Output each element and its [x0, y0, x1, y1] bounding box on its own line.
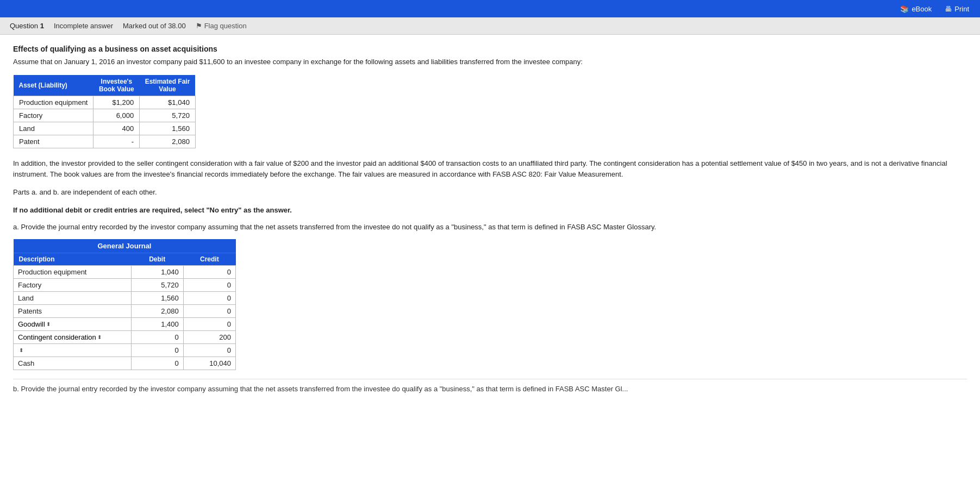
- body-paragraph-1: In addition, the investor provided to th…: [13, 158, 967, 181]
- journal-row: Factory5,7200: [14, 279, 236, 292]
- print-icon: 🖶: [945, 5, 952, 13]
- journal-row: Cash010,040: [14, 357, 236, 370]
- asset-col-header: Asset (Liability): [14, 75, 93, 96]
- journal-debit: 1,040: [131, 266, 183, 279]
- intro-text: Assume that on January 1, 2016 an invest…: [13, 57, 967, 67]
- flag-label: Flag question: [204, 22, 247, 30]
- journal-credit: 200: [183, 331, 235, 344]
- journal-credit: 0: [183, 318, 235, 331]
- asset-table: Asset (Liability) Investee'sBook Value E…: [13, 75, 196, 148]
- journal-description[interactable]: Goodwill⬍: [14, 318, 132, 331]
- journal-debit: 0: [131, 357, 183, 370]
- asset-fair-value: 1,560: [140, 122, 196, 135]
- bottom-note: b. Provide the journal entry recorded by…: [13, 379, 967, 393]
- asset-label: Production equipment: [14, 96, 93, 109]
- part-a-text: a. Provide the journal entry recorded by…: [13, 222, 967, 233]
- journal-row: Goodwill⬍1,4000: [14, 318, 236, 331]
- asset-fair-value: 5,720: [140, 109, 196, 122]
- select-arrow-icon: ⬍: [19, 347, 23, 353]
- select-arrow-icon: ⬍: [97, 334, 102, 340]
- asset-table-row: Production equipment$1,200$1,040: [14, 96, 196, 109]
- journal-desc-header: Description: [14, 253, 132, 266]
- journal-description: Production equipment: [14, 266, 132, 279]
- journal-title: General Journal: [14, 239, 236, 253]
- journal-debit: 5,720: [131, 279, 183, 292]
- journal-row: Contingent consideration⬍0200: [14, 331, 236, 344]
- asset-book-value: 6,000: [93, 109, 140, 122]
- journal-credit: 10,040: [183, 357, 235, 370]
- journal-debit: 1,400: [131, 318, 183, 331]
- journal-row: Production equipment1,0400: [14, 266, 236, 279]
- journal-description: Cash: [14, 357, 132, 370]
- journal-row: ⬍00: [14, 344, 236, 357]
- journal-credit: 0: [183, 292, 235, 305]
- section-title: Effects of qualifying as a business on a…: [13, 45, 967, 53]
- journal-row: Patents2,0800: [14, 305, 236, 318]
- top-bar: 📚 eBook 🖶 Print: [0, 0, 980, 17]
- bold-instruction: If no additional debit or credit entries…: [13, 205, 967, 216]
- journal-desc-select[interactable]: Goodwill: [18, 320, 45, 328]
- journal-credit: 0: [183, 305, 235, 318]
- journal-credit: 0: [183, 344, 235, 357]
- question-label: Question 1: [10, 22, 44, 30]
- question-bar: Question 1 Incomplete answer Marked out …: [0, 17, 980, 35]
- journal-debit: 0: [131, 344, 183, 357]
- asset-table-row: Patent-2,080: [14, 135, 196, 148]
- asset-fair-value: $1,040: [140, 96, 196, 109]
- question-number: 1: [40, 22, 44, 30]
- journal-credit: 0: [183, 266, 235, 279]
- print-button[interactable]: 🖶 Print: [945, 5, 969, 13]
- body-paragraph-2: Parts a. and b. are independent of each …: [13, 187, 967, 198]
- asset-table-row: Factory6,0005,720: [14, 109, 196, 122]
- journal-desc-select[interactable]: Contingent consideration: [18, 333, 96, 341]
- asset-book-value: $1,200: [93, 96, 140, 109]
- journal-debit: 2,080: [131, 305, 183, 318]
- journal-description[interactable]: ⬍: [14, 344, 132, 357]
- asset-book-value: -: [93, 135, 140, 148]
- journal-description: Patents: [14, 305, 132, 318]
- journal-credit: 0: [183, 279, 235, 292]
- select-arrow-icon: ⬍: [46, 321, 51, 327]
- asset-table-row: Land4001,560: [14, 122, 196, 135]
- asset-label: Land: [14, 122, 93, 135]
- journal-description: Factory: [14, 279, 132, 292]
- journal-debit-header: Debit: [131, 253, 183, 266]
- main-content: Effects of qualifying as a business on a…: [0, 35, 980, 494]
- ebook-label: eBook: [912, 5, 932, 13]
- ebook-button[interactable]: 📚 eBook: [900, 5, 932, 13]
- general-journal-table: General Journal Description Debit Credit…: [13, 239, 236, 370]
- journal-credit-header: Credit: [183, 253, 235, 266]
- journal-debit: 1,560: [131, 292, 183, 305]
- marked-out: Marked out of 38.00: [123, 22, 186, 30]
- journal-description[interactable]: Contingent consideration⬍: [14, 331, 132, 344]
- status-badge: Incomplete answer: [54, 22, 113, 30]
- fair-value-col-header: Estimated FairValue: [140, 75, 196, 96]
- print-label: Print: [954, 5, 969, 13]
- asset-book-value: 400: [93, 122, 140, 135]
- journal-debit: 0: [131, 331, 183, 344]
- book-value-col-header: Investee'sBook Value: [93, 75, 140, 96]
- asset-label: Patent: [14, 135, 93, 148]
- asset-fair-value: 2,080: [140, 135, 196, 148]
- question-word: Question: [10, 22, 38, 30]
- flag-icon: ⚑: [196, 22, 202, 30]
- asset-label: Factory: [14, 109, 93, 122]
- journal-row: Land1,5600: [14, 292, 236, 305]
- journal-wrapper: General Journal Description Debit Credit…: [13, 239, 967, 370]
- journal-description: Land: [14, 292, 132, 305]
- flag-question-button[interactable]: ⚑ Flag question: [196, 22, 247, 30]
- ebook-icon: 📚: [900, 5, 909, 13]
